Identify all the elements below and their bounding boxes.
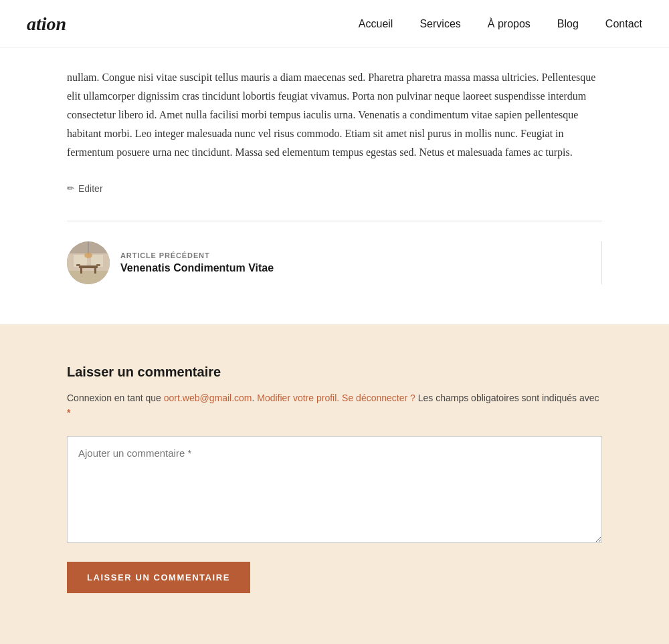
modifier-profil-link[interactable]: Modifier votre profil.	[257, 393, 339, 403]
svg-rect-5	[79, 265, 98, 268]
main-content: nullam. Congue nisi vitae suscipit tellu…	[40, 48, 629, 324]
site-header: ation Accueil Services À propos Blog Con…	[0, 0, 669, 48]
comment-meta: Connexion en tant que oort.web@gmail.com…	[67, 391, 602, 421]
connexion-text: Connexion en tant que	[67, 393, 164, 403]
nav-apropos[interactable]: À propos	[488, 18, 531, 30]
edit-label: Editer	[78, 183, 103, 194]
article-navigation: ARTICLE PRÉCÉDENT Venenatis Condimentum …	[67, 221, 602, 284]
comment-inner: Laisser un commentaire Connexion en tant…	[40, 364, 629, 594]
main-nav: Accueil Services À propos Blog Contact	[359, 18, 642, 30]
prev-article-link[interactable]: ARTICLE PRÉCÉDENT Venenatis Condimentum …	[67, 241, 602, 284]
nav-services[interactable]: Services	[419, 18, 460, 30]
nav-blog[interactable]: Blog	[557, 18, 579, 30]
svg-point-11	[84, 253, 92, 258]
required-notice: Les champs obligatoires sont indiqués av…	[415, 393, 599, 403]
article-body: nullam. Congue nisi vitae suscipit tellu…	[67, 68, 602, 162]
nav-contact[interactable]: Contact	[605, 18, 642, 30]
svg-rect-9	[96, 264, 100, 266]
svg-rect-7	[94, 268, 96, 274]
prev-article-label: ARTICLE PRÉCÉDENT	[120, 251, 274, 259]
required-star: *	[67, 407, 70, 418]
pencil-icon: ✏	[67, 183, 74, 193]
brand-logo: ation	[27, 13, 66, 35]
submit-comment-button[interactable]: LAISSER UN COMMENTAIRE	[67, 562, 250, 593]
comment-textarea[interactable]	[67, 436, 602, 543]
comment-title: Laisser un commentaire	[67, 364, 602, 380]
deconnecter-link[interactable]: Se déconnecter ?	[342, 393, 415, 403]
prev-article-thumbnail	[67, 241, 110, 284]
prev-article-meta: ARTICLE PRÉCÉDENT Venenatis Condimentum …	[120, 251, 274, 274]
svg-rect-6	[80, 268, 82, 274]
comment-section: Laisser un commentaire Connexion en tant…	[0, 324, 669, 645]
svg-rect-8	[76, 264, 80, 266]
user-email-link[interactable]: oort.web@gmail.com	[164, 393, 252, 403]
svg-rect-1	[67, 270, 110, 284]
prev-article-title: Venenatis Condimentum Vitae	[120, 262, 274, 274]
nav-accueil[interactable]: Accueil	[359, 18, 393, 30]
edit-link[interactable]: ✏ Editer	[67, 183, 103, 194]
prev-article-image	[67, 241, 110, 284]
